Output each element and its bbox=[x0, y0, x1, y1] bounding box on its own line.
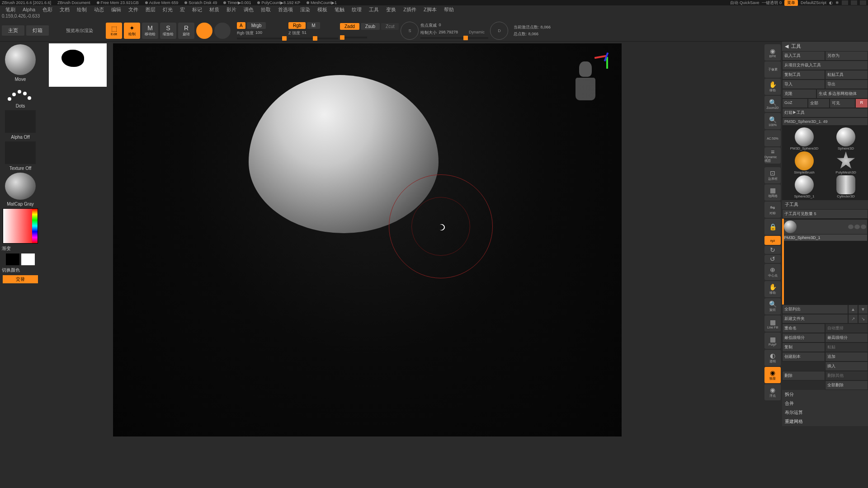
menu-tool[interactable]: 工具 bbox=[365, 6, 382, 13]
insert-button[interactable]: 插入 bbox=[825, 361, 868, 371]
export-button[interactable]: 导出 bbox=[825, 80, 868, 89]
scale-mode-button[interactable]: S缩放绘 bbox=[160, 23, 176, 39]
current-tool-name[interactable]: PM3D_Sphere3D_1. 49 bbox=[782, 117, 868, 126]
swap-color-label[interactable]: 切换颜色 bbox=[2, 267, 20, 273]
tool-item-sphere3d[interactable]: Sphere3D bbox=[826, 127, 866, 150]
z-rotate-button[interactable]: ↺ bbox=[764, 255, 781, 263]
maximize-icon[interactable] bbox=[851, 0, 857, 5]
d-indicator-icon[interactable]: D bbox=[490, 22, 508, 40]
remesh-header[interactable]: 重建网格 bbox=[782, 417, 868, 426]
secondary-color[interactable] bbox=[6, 253, 19, 265]
menu-dynamic[interactable]: 动态 bbox=[90, 6, 108, 13]
move-mode-button[interactable]: M移动绘 bbox=[142, 23, 158, 39]
subtool-scrollbar[interactable] bbox=[782, 219, 784, 305]
zadd-button[interactable]: Zadd bbox=[340, 23, 359, 30]
alternate-button[interactable]: 交替 bbox=[3, 275, 38, 283]
tool-item-pm3d-sphere[interactable]: PM3D_Sphere3D bbox=[784, 127, 825, 150]
tool-panel-header[interactable]: ◀工具 bbox=[782, 42, 868, 51]
menu-light[interactable]: 灯光 bbox=[159, 6, 176, 13]
menu-draw[interactable]: 绘制 bbox=[73, 6, 90, 13]
floor-grid-button[interactable]: ▦地网格 bbox=[764, 184, 781, 201]
goz-all-button[interactable]: 全部 bbox=[808, 99, 830, 108]
menu-zplugin[interactable]: Z插件 bbox=[400, 6, 420, 13]
lightbox-tools-button[interactable]: 灯箱▶工具 bbox=[782, 108, 868, 117]
make-copy-button[interactable]: 创建副本 bbox=[782, 352, 825, 361]
menu-prefs[interactable]: 首选项 bbox=[274, 6, 297, 13]
append-button[interactable]: 追加 bbox=[825, 352, 868, 361]
zsub-button[interactable]: Zsub bbox=[361, 23, 380, 30]
delete-all-button[interactable]: 全部删除 bbox=[825, 380, 868, 390]
boolean-header[interactable]: 布尔运算 bbox=[782, 408, 868, 417]
menu-material[interactable]: 材质 bbox=[206, 6, 223, 13]
antialias-button[interactable]: AC:50% bbox=[764, 130, 781, 146]
draw-mode-button[interactable]: ✦绘制 bbox=[124, 23, 140, 39]
tool-item-simplebrush[interactable]: SimpleBrush bbox=[784, 151, 825, 174]
tab-home[interactable]: 主页 bbox=[2, 25, 24, 36]
y-rotate-button[interactable]: ↻ bbox=[764, 246, 781, 254]
alpha-thumbnail[interactable] bbox=[49, 43, 107, 87]
polyframe-button[interactable]: ▦PolyF bbox=[764, 333, 781, 349]
menu-render[interactable]: 渲染 bbox=[297, 6, 314, 13]
menu-help[interactable]: 帮助 bbox=[440, 6, 458, 13]
menu-edit[interactable]: 编辑 bbox=[108, 6, 125, 13]
goz-r-button[interactable]: R bbox=[855, 99, 868, 108]
drawsize-slider[interactable] bbox=[420, 37, 488, 39]
zcut-button[interactable]: Zcut bbox=[381, 23, 399, 30]
edit-mode-button[interactable]: ⬚Edit bbox=[106, 23, 122, 39]
default-zscript[interactable]: DefaultZScript bbox=[801, 0, 826, 5]
zoom2d-button[interactable]: 🔍Zoom2D bbox=[764, 96, 781, 112]
arrow-up-icon[interactable]: ↗ bbox=[848, 314, 858, 324]
menu-layer[interactable]: 图层 bbox=[142, 6, 159, 13]
menu-color[interactable]: 色彩 bbox=[39, 6, 56, 13]
subpixel-button[interactable]: 子像素 bbox=[764, 61, 781, 78]
menu-marker[interactable]: 标记 bbox=[189, 6, 206, 13]
make-polymesh-button[interactable]: 生成 多边形网格物体 bbox=[816, 89, 868, 99]
axis-gizmo[interactable] bbox=[594, 50, 617, 72]
move-tool-button[interactable]: ✋移动 bbox=[764, 281, 781, 297]
frame-button[interactable]: ⊡边界框 bbox=[764, 167, 781, 183]
subtool-header[interactable]: 子工具 bbox=[782, 200, 868, 209]
material-preview[interactable] bbox=[5, 173, 36, 200]
highres-button[interactable]: 最高级细分 bbox=[825, 333, 868, 343]
paste-subtool-button[interactable]: 粘贴 bbox=[825, 343, 868, 352]
center-button[interactable]: ⊕中心点 bbox=[764, 264, 781, 280]
menu-movie[interactable]: 影片 bbox=[223, 6, 240, 13]
float-button[interactable]: ◉浮点 bbox=[764, 384, 781, 400]
quicksave[interactable]: 自动 QuickSave bbox=[730, 0, 759, 6]
menu-texture[interactable]: 纹理 bbox=[348, 6, 365, 13]
clone-button[interactable]: 克隆 bbox=[782, 89, 816, 99]
settings-icon[interactable]: ❄ bbox=[835, 0, 839, 5]
goz-visible-button[interactable]: 可见 bbox=[830, 99, 855, 108]
menu-alpha[interactable]: Alpha bbox=[19, 7, 39, 12]
primary-color[interactable] bbox=[21, 253, 35, 265]
minimize-icon[interactable] bbox=[842, 0, 848, 5]
stroke-preview[interactable] bbox=[5, 84, 36, 102]
dynamic-view-button[interactable]: ≡Dynamic 视图 bbox=[764, 147, 781, 164]
menu-picker[interactable]: 调色 bbox=[240, 6, 257, 13]
texture-preview[interactable] bbox=[5, 141, 36, 164]
load-from-project-button[interactable]: 从项目文件载入工具 bbox=[782, 61, 868, 70]
z-slider[interactable] bbox=[288, 38, 338, 39]
bpr-button[interactable]: ◉BPR bbox=[764, 44, 781, 61]
solo-button[interactable]: ◉独显 bbox=[764, 367, 781, 383]
saveas-button[interactable]: 另存为 bbox=[825, 51, 868, 61]
split-header[interactable]: 拆分 bbox=[782, 390, 868, 399]
delete-other-button[interactable]: 删除其他 bbox=[825, 371, 868, 380]
autoreorder-button[interactable]: 自动重排 bbox=[825, 324, 868, 333]
sculptris-button[interactable] bbox=[214, 23, 231, 39]
m-button[interactable]: M bbox=[307, 22, 320, 29]
menu-file[interactable]: 文件 bbox=[125, 6, 142, 13]
preview-bool-render[interactable]: 预览布尔渲染 bbox=[61, 26, 98, 36]
new-folder-button[interactable]: 新建文件夹 bbox=[782, 314, 848, 324]
eye-icon[interactable] bbox=[848, 225, 854, 229]
menu-stencil[interactable]: 模板 bbox=[314, 6, 331, 13]
mrgb-button[interactable]: Mrgb bbox=[247, 22, 266, 29]
eye-visible-icon[interactable] bbox=[861, 225, 866, 229]
tool-item-sphere3d-1[interactable]: Sphere3D_1 bbox=[784, 175, 825, 198]
menu-toggle[interactable]: 菜单 bbox=[784, 0, 798, 6]
menu-macro[interactable]: 宏 bbox=[176, 6, 189, 13]
duplicate-button[interactable]: 复制 bbox=[782, 343, 825, 352]
alpha-preview[interactable] bbox=[5, 110, 36, 133]
xyz-button[interactable]: xyz bbox=[764, 236, 781, 245]
hide-transparent[interactable]: 一键透明 0 bbox=[762, 0, 782, 6]
